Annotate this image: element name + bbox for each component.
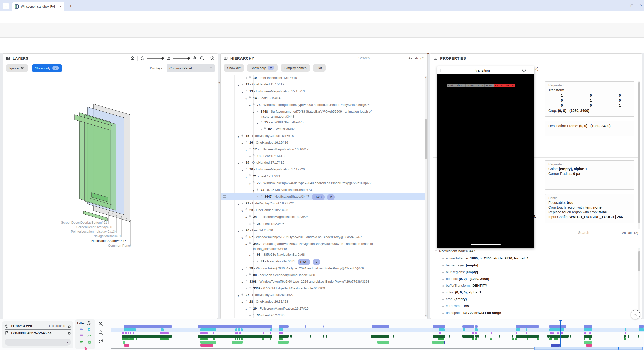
trace-event-block[interactable] [490,338,492,340]
trace-event-block[interactable] [122,332,124,334]
trace-event-block[interactable] [305,325,306,328]
pin-icon[interactable] [260,195,263,198]
trace-event-block[interactable] [639,325,644,328]
trace-event-block[interactable] [239,338,240,340]
pin-icon[interactable] [245,89,248,93]
tree-node[interactable]: ▼28 - OneHanded:26:31#28 [221,298,427,305]
tree-node[interactable]: ▼68 - 885b63e NavigationBar0#68 [221,251,427,258]
trace-event-block[interactable] [279,325,289,328]
trace-event-block[interactable] [638,335,639,338]
trace-event-block[interactable] [291,335,292,338]
window-maximize-icon[interactable]: ▢ [630,4,633,7]
trace-event-block[interactable] [200,338,208,340]
scroll-to-top-button[interactable] [631,310,640,319]
tree-node[interactable]: ▼74 - WindowToken{fdddbe6 type=2000 andr… [221,102,427,108]
trace-event-block[interactable] [306,335,306,338]
trace-event-block[interactable] [128,332,129,334]
tree-node[interactable]: ▼19 - OneHanded:17:17#19 [221,159,427,166]
trace-event-block[interactable] [516,325,539,328]
tree-node[interactable]: 81 - NavigationBar0#81HWCV [221,258,427,265]
trace-event-block-selected[interactable] [551,344,560,347]
expand-arrow-icon[interactable]: ▼ [244,147,248,153]
property-item[interactable]: dataspace: BT709 sRGB Full range [434,309,638,316]
tree-node[interactable]: ▼20 - FullscreenMagnification:17:17#20 [221,166,427,173]
trace-event-block[interactable] [526,328,527,331]
timeline-range-selection[interactable] [534,347,643,350]
trace-event-block-selected[interactable] [444,341,445,344]
trace-event-block[interactable] [584,328,592,331]
trace-event-block[interactable] [213,338,215,340]
show-only-button[interactable]: Show only V [32,64,62,72]
tree-node[interactable]: ▼17 - FullscreenMagnification:16:16#17 [221,146,427,153]
expand-arrow-icon[interactable]: ▼ [240,208,244,214]
tree-node[interactable]: 30 - Leaf:26:27#30 [221,312,427,318]
trace-event-block[interactable] [612,335,612,338]
tree-node-selected[interactable]: 3447 - NotificationShade#3447HWCV [221,193,427,200]
trace-event-block[interactable] [475,335,478,338]
hierarchy-search-input[interactable] [358,55,406,61]
pin-icon[interactable] [248,242,252,245]
expand-arrow-icon[interactable]: ▼ [256,120,259,126]
trace-event-block[interactable] [270,332,271,334]
trace-event-block[interactable] [241,328,243,331]
pin-icon[interactable] [241,228,244,232]
hierarchy-scrollbar[interactable]: ▲ ▼ [425,76,427,317]
trace-event-block[interactable] [516,328,520,331]
expand-arrow-icon[interactable]: ▼ [237,201,240,207]
pin-icon[interactable] [248,147,252,151]
trace-event-block[interactable] [213,332,214,334]
tree-node[interactable]: ▼27 - HideDisplayCutout:26:31#27 [221,292,427,298]
expand-arrow-icon[interactable]: ▼ [240,235,244,241]
pin-icon[interactable] [252,154,255,157]
trace-event-block[interactable] [393,335,394,338]
tree-node[interactable]: ▼75 - ed70f88 StatusBar#75 [221,119,427,126]
tree-node[interactable]: ▼26 - Leaf:24:25#26 [221,227,427,234]
trace-event-block[interactable] [200,341,216,344]
expand-arrow-icon[interactable]: ▼ [244,306,248,312]
tree-node[interactable]: 80 - ace6abb SecondaryHomeHandle0#80 [221,272,427,278]
trace-event-block[interactable] [433,335,445,338]
ignore-button[interactable]: Ignore [6,64,28,72]
tab-search-button[interactable]: ⌄ [3,3,9,9]
pin-icon[interactable] [245,235,248,238]
trace-event-block[interactable] [238,328,240,331]
tree-node[interactable]: ▼23 - OneHanded:18:23#23 [221,207,427,214]
pin-icon[interactable] [245,167,248,171]
trace-event-block[interactable] [549,328,564,331]
properties-tree-scrollbar[interactable]: ▲ [638,248,640,311]
hierarchy-show-only-button[interactable]: Show onlyV [247,64,278,72]
property-item[interactable]: color: (0, 0, 0), alpha: 1 [434,289,638,296]
trace-event-block[interactable] [639,328,644,331]
trace-event-block[interactable] [371,335,389,338]
trace-event-block[interactable] [554,338,558,340]
trace-event-block[interactable] [323,335,324,338]
show-in-3d-eye-icon[interactable] [222,194,227,199]
pin-icon[interactable] [248,307,252,310]
trace-event-block[interactable] [241,338,243,340]
trace-event-block[interactable] [475,332,477,334]
trace-event-block[interactable] [490,335,490,338]
transition-overlay-card[interactable]: transition _ P: 0 / 1dX: 0.0dY: 0.0Xv: 0… [437,66,534,248]
trace-event-block[interactable] [512,335,513,338]
trace-event-block[interactable] [624,335,626,338]
property-item[interactable]: barrierLayer: [empty] [434,262,638,269]
trace-event-block[interactable] [584,341,592,344]
trace-event-block[interactable] [198,335,272,338]
trace-event-block[interactable] [160,338,169,340]
trace-event-block[interactable] [279,338,283,340]
trace-event-block[interactable] [279,332,283,334]
trace-event-block[interactable] [124,328,136,331]
trace-event-block[interactable] [326,335,327,338]
pin-icon[interactable] [252,181,255,184]
pin-icon[interactable] [248,273,252,276]
trace-event-block[interactable] [472,332,474,334]
timeline-cursor-line[interactable] [560,320,561,347]
tree-node[interactable]: 25 - Leaf:18:23#25 [221,221,427,227]
zoom-in-icon[interactable] [192,56,197,61]
trace-event-block[interactable] [235,328,237,331]
trace-event-block[interactable] [516,332,517,334]
trace-event-block[interactable] [589,332,591,334]
trace-event-block[interactable] [323,325,324,328]
trace-event-block[interactable] [463,328,465,331]
trace-event-block[interactable] [262,338,264,340]
